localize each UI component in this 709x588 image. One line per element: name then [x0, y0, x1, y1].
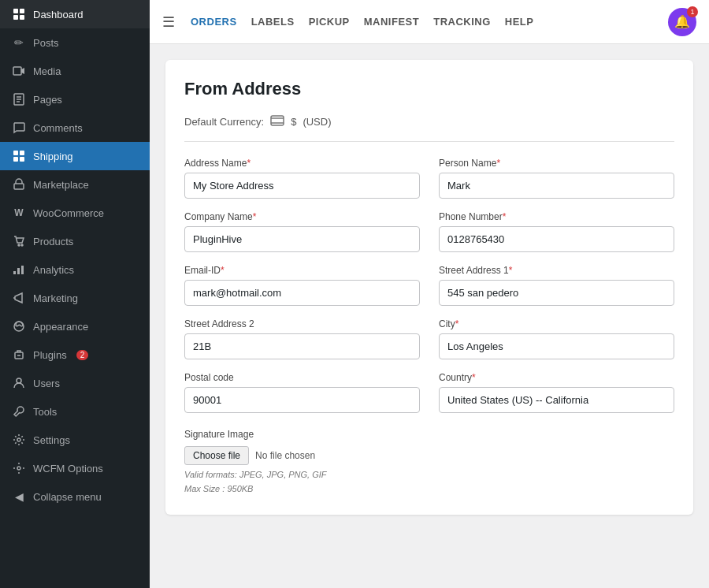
sidebar-item-posts[interactable]: ✏ Posts — [0, 28, 150, 57]
hamburger-icon[interactable]: ☰ — [162, 13, 175, 31]
postal-label: Postal code — [184, 372, 420, 383]
sidebar-item-products[interactable]: Products — [0, 227, 150, 255]
notification-bell[interactable]: 🔔 1 — [668, 8, 696, 36]
sidebar-label-comments: Comments — [33, 122, 83, 134]
sidebar-item-analytics[interactable]: Analytics — [0, 255, 150, 284]
svg-point-16 — [21, 244, 23, 246]
country-group: Country* — [439, 372, 674, 413]
nav-labels[interactable]: LABELS — [251, 16, 295, 28]
tools-icon — [11, 404, 27, 419]
nav-tracking[interactable]: TRACKING — [433, 16, 491, 28]
sidebar-item-users[interactable]: Users — [0, 369, 150, 397]
person-name-input[interactable] — [439, 173, 674, 199]
sidebar-label-media: Media — [33, 65, 61, 77]
wcfm-icon — [11, 460, 27, 476]
svg-rect-4 — [13, 67, 21, 75]
sidebar-label-settings: Settings — [33, 434, 70, 446]
sidebar-item-tools[interactable]: Tools — [0, 397, 150, 426]
sidebar-label-collapse: Collapse menu — [33, 491, 102, 503]
marketplace-icon — [11, 177, 27, 192]
media-icon — [11, 63, 27, 79]
sidebar-label-plugins: Plugins — [33, 349, 67, 361]
users-icon — [11, 375, 27, 391]
sidebar: Dashboard ✏ Posts Media Pages Comments S… — [0, 0, 150, 588]
sidebar-label-users: Users — [33, 378, 60, 389]
sidebar-item-appearance[interactable]: Appearance — [0, 312, 150, 341]
svg-rect-3 — [20, 15, 24, 20]
currency-row: Default Currency: $ (USD) — [184, 115, 674, 142]
pages-icon — [11, 91, 27, 107]
file-input-row: Choose file No file chosen — [184, 446, 674, 465]
svg-point-25 — [17, 467, 20, 470]
city-input[interactable] — [439, 333, 674, 359]
svg-rect-11 — [20, 151, 24, 155]
street1-input[interactable] — [439, 280, 674, 306]
shipping-icon — [11, 148, 27, 164]
woocommerce-icon: W — [11, 205, 27, 221]
svg-rect-0 — [13, 9, 18, 13]
marketing-icon — [11, 290, 27, 306]
sidebar-item-collapse[interactable]: ◀ Collapse menu — [0, 482, 150, 511]
postal-input[interactable] — [184, 387, 420, 413]
dashboard-icon — [11, 6, 27, 22]
sidebar-item-media[interactable]: Media — [0, 57, 150, 85]
email-label: Email-ID* — [184, 265, 420, 276]
person-name-label: Person Name* — [439, 158, 674, 169]
collapse-icon: ◀ — [11, 489, 27, 504]
sidebar-label-appearance: Appearance — [33, 321, 88, 333]
posts-icon: ✏ — [11, 35, 27, 50]
sidebar-label-marketing: Marketing — [33, 292, 78, 304]
sidebar-item-plugins[interactable]: Plugins 2 — [0, 341, 150, 369]
phone-number-group: Phone Number* — [439, 211, 674, 252]
sidebar-item-marketing[interactable]: Marketing — [0, 284, 150, 312]
file-hint: Valid formats: JPEG, JPG, PNG, GIF Max S… — [184, 468, 674, 496]
company-name-label: Company Name* — [184, 211, 420, 222]
street1-group: Street Address 1* — [439, 265, 674, 306]
currency-symbol: $ — [291, 116, 296, 128]
nav-manifest[interactable]: MANIFEST — [364, 16, 419, 28]
nav-links: ORDERS LABELS PICKUP MANIFEST TRACKING H… — [191, 16, 652, 28]
country-input[interactable] — [439, 387, 674, 413]
street2-label: Street Address 2 — [184, 318, 420, 329]
svg-rect-18 — [17, 268, 20, 274]
street1-label: Street Address 1* — [439, 265, 674, 276]
phone-number-input[interactable] — [439, 226, 674, 252]
choose-file-button[interactable]: Choose file — [184, 446, 249, 465]
svg-point-24 — [17, 438, 20, 441]
svg-rect-10 — [13, 151, 18, 155]
street2-group: Street Address 2 — [184, 318, 420, 359]
sidebar-item-wcfm[interactable]: WCFM Options — [0, 454, 150, 482]
sidebar-label-shipping: Shipping — [33, 151, 73, 162]
sidebar-item-woocommerce[interactable]: W WooCommerce — [0, 199, 150, 227]
sidebar-item-marketplace[interactable]: Marketplace — [0, 170, 150, 199]
city-label: City* — [439, 318, 674, 329]
settings-icon — [11, 432, 27, 448]
svg-rect-13 — [20, 157, 24, 162]
sidebar-item-shipping[interactable]: Shipping — [0, 142, 150, 170]
signature-label: Signature Image — [184, 429, 674, 440]
products-icon — [11, 233, 27, 249]
email-input[interactable] — [184, 280, 420, 306]
bell-badge: 1 — [687, 6, 698, 17]
company-name-group: Company Name* — [184, 211, 420, 252]
nav-orders[interactable]: ORDERS — [191, 16, 237, 28]
sidebar-item-settings[interactable]: Settings — [0, 426, 150, 454]
sidebar-label-analytics: Analytics — [33, 264, 74, 276]
sidebar-item-comments[interactable]: Comments — [0, 114, 150, 142]
main-area: ☰ ORDERS LABELS PICKUP MANIFEST TRACKING… — [150, 0, 709, 588]
sidebar-item-dashboard[interactable]: Dashboard — [0, 0, 150, 28]
svg-rect-17 — [13, 271, 16, 274]
currency-code: (USD) — [303, 116, 331, 128]
address-form: Address Name* Person Name* Company Name* — [184, 158, 674, 413]
company-name-input[interactable] — [184, 226, 420, 252]
street2-input[interactable] — [184, 333, 420, 359]
appearance-icon — [11, 318, 27, 334]
sidebar-item-pages[interactable]: Pages — [0, 85, 150, 114]
nav-help[interactable]: HELP — [505, 16, 534, 28]
phone-number-label: Phone Number* — [439, 211, 674, 222]
comments-icon — [11, 120, 27, 136]
address-name-input[interactable] — [184, 173, 420, 199]
sidebar-label-tools: Tools — [33, 406, 57, 418]
nav-pickup[interactable]: PICKUP — [309, 16, 350, 28]
svg-rect-19 — [21, 266, 24, 274]
